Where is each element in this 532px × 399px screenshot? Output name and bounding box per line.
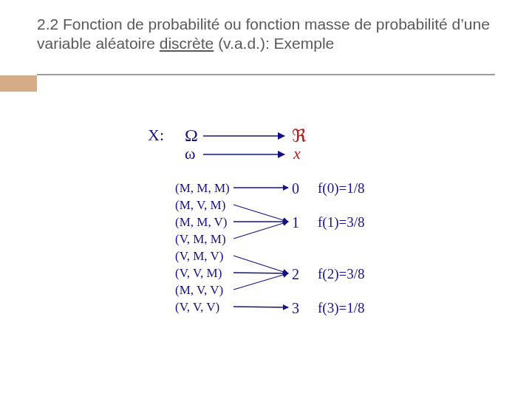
- svg-line-7: [233, 273, 288, 273]
- slide-title: 2.2 Fonction de probabilité ou fonction …: [37, 15, 495, 54]
- svg-line-8: [233, 273, 288, 290]
- accent-block: [0, 75, 37, 92]
- content-area: X: Ω ω ℜ x (M, M, M) (M, V, M) (M, M, V)…: [0, 103, 532, 399]
- svg-line-9: [233, 307, 288, 307]
- title-region: 2.2 Fonction de probabilité ou fonction …: [37, 15, 495, 54]
- title-suffix: (v.a.d.): Exemple: [214, 35, 334, 52]
- svg-line-6: [233, 256, 288, 273]
- mapping-arrows: [0, 103, 532, 399]
- slide: 2.2 Fonction de probabilité ou fonction …: [0, 0, 532, 399]
- title-underlined: discrète: [160, 35, 214, 52]
- svg-line-5: [233, 222, 288, 239]
- title-underline-rule: [37, 74, 495, 75]
- svg-line-3: [233, 205, 288, 222]
